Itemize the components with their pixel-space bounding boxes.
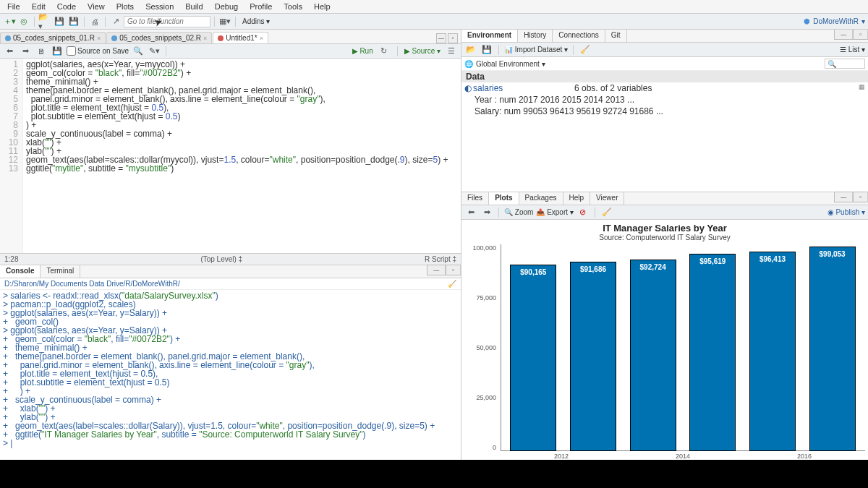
minimize-icon[interactable]: — — [834, 29, 853, 40]
menu-session[interactable]: Session — [141, 1, 178, 12]
new-file-icon[interactable]: ＋▾ — [3, 15, 16, 28]
new-project-icon[interactable]: ◎ — [17, 15, 30, 28]
scope-label[interactable]: (Top Level) ‡ — [200, 255, 242, 263]
find-icon[interactable]: 🔍 — [132, 45, 145, 58]
minimize-icon[interactable]: — — [834, 192, 853, 202]
menu-build[interactable]: Build — [181, 1, 207, 12]
menu-view[interactable]: View — [83, 1, 109, 12]
bar: $90,165 — [510, 265, 556, 451]
env-tab[interactable]: Environment — [461, 30, 518, 42]
source-on-save-label: Source on Save — [77, 47, 129, 55]
back-icon[interactable]: ⬅ — [3, 45, 16, 58]
plots-tab[interactable]: Files — [461, 192, 489, 205]
prev-plot-icon[interactable]: ⬅ — [464, 206, 477, 219]
publish-button[interactable]: ◉ Publish ▾ — [827, 208, 865, 216]
console-tab[interactable]: Terminal — [41, 265, 80, 278]
project-menu[interactable]: ⬢ DoMoreWithR ▾ — [804, 17, 865, 25]
menu-code[interactable]: Code — [53, 1, 80, 12]
plots-tab[interactable]: Viewer — [590, 192, 624, 205]
source-pane: 05_codes_snippets_01.R×05_codes_snippets… — [0, 30, 461, 265]
clear-plots-icon[interactable]: 🧹 — [600, 206, 613, 219]
grid-icon[interactable]: ▦▾ — [218, 15, 231, 28]
forward-icon[interactable]: ➡ — [19, 45, 32, 58]
y-tick: 100,000 — [472, 244, 496, 252]
env-row[interactable]: Year : num 2017 2016 2015 2014 2013 ... — [461, 94, 868, 106]
rerun-icon[interactable]: ↻ — [378, 45, 391, 58]
minimize-icon[interactable]: — — [436, 33, 446, 43]
menu-debug[interactable]: Debug — [210, 1, 242, 12]
plots-pane: FilesPlotsPackagesHelpViewer—▫ ⬅ ➡ 🔍 Zoo… — [461, 192, 868, 464]
remove-plot-icon[interactable]: ⊘ — [576, 206, 590, 219]
code-editor[interactable]: 12345678910111213 ggplot(salaries, aes(x… — [0, 59, 461, 253]
zoom-button[interactable]: 🔍 Zoom — [504, 208, 533, 216]
open-icon[interactable]: 📂▾ — [38, 15, 51, 28]
source-toolbar: ⬅ ➡ 🗎 💾 Source on Save 🔍 ✎▾ ▶ Run ↻ ▶ So… — [0, 44, 461, 59]
env-scope[interactable]: Global Environment ▾ — [476, 60, 545, 68]
menu-profile[interactable]: Profile — [245, 1, 276, 12]
console-path: D:/Sharon/My Documents Data Drive/R/DoMo… — [4, 280, 180, 288]
minimize-icon[interactable]: — — [427, 265, 446, 275]
import-dataset[interactable]: 📊 Import Dataset ▾ — [504, 46, 568, 53]
load-icon[interactable]: 📂 — [464, 43, 477, 56]
addins-menu[interactable]: Addins ▾ — [239, 17, 273, 25]
env-tabs: EnvironmentHistoryConnectionsGit—▫ — [461, 30, 868, 43]
file-type[interactable]: R Script ‡ — [425, 255, 456, 263]
print-icon[interactable]: 🖨 — [88, 15, 101, 28]
next-plot-icon[interactable]: ➡ — [480, 206, 493, 219]
source-tab[interactable]: Untitled1*× — [213, 32, 268, 43]
environment-pane: EnvironmentHistoryConnectionsGit—▫ 📂 💾 📊… — [461, 30, 868, 192]
env-body: Data ◐salaries6 obs. of 2 variables▦Year… — [461, 71, 868, 192]
env-row[interactable]: Salary: num 99053 96413 95619 92724 9168… — [461, 106, 868, 117]
cursor-pos: 1:28 — [4, 255, 18, 263]
save-source-icon[interactable]: 💾 — [51, 45, 64, 58]
console-output[interactable]: > salaries <- readxl::read_xlsx("data/Sa… — [0, 290, 461, 464]
save-icon[interactable]: 💾 — [53, 15, 66, 28]
y-tick: 0 — [493, 444, 496, 451]
chart-subtitle: Source: Computerworld IT Salary Survey — [464, 234, 865, 241]
env-tab[interactable]: Connections — [553, 30, 605, 42]
clear-console-icon[interactable]: 🧹 — [448, 280, 456, 288]
menu-edit[interactable]: Edit — [27, 1, 50, 12]
env-tab[interactable]: History — [518, 30, 553, 42]
plots-tab[interactable]: Packages — [519, 192, 563, 205]
menu-tools[interactable]: Tools — [279, 1, 307, 12]
save-env-icon[interactable]: 💾 — [480, 43, 493, 56]
outline-icon[interactable]: ☰ — [445, 45, 458, 58]
console-tab[interactable]: Console — [0, 265, 41, 278]
env-toolbar: 📂 💾 📊 Import Dataset ▾ 🧹 ☰ List ▾ — [461, 43, 868, 57]
run-button[interactable]: ▶ Run — [352, 47, 373, 55]
env-search[interactable] — [825, 59, 865, 69]
maximize-icon[interactable]: ▫ — [446, 265, 461, 275]
source-button[interactable]: ▶ Source ▾ — [404, 47, 441, 55]
menu-help[interactable]: Help — [310, 1, 335, 12]
source-statusbar: 1:28 (Top Level) ‡ R Script ‡ — [0, 253, 461, 265]
menu-file[interactable]: File — [3, 1, 25, 12]
maximize-icon[interactable]: ▫ — [448, 33, 458, 43]
bar: $92,724 — [630, 260, 676, 451]
env-row[interactable]: ◐salaries6 obs. of 2 variables▦ — [461, 82, 868, 94]
plots-tabs: FilesPlotsPackagesHelpViewer—▫ — [461, 192, 868, 205]
list-view[interactable]: ☰ List ▾ — [840, 46, 865, 53]
maximize-icon[interactable]: ▫ — [853, 29, 868, 40]
console-tabs: ConsoleTerminal—▫ — [0, 265, 461, 278]
source-tab[interactable]: 05_codes_snippets_01.R× — [0, 32, 106, 43]
broom-icon[interactable]: 🧹 — [579, 43, 592, 56]
source-tab[interactable]: 05_codes_snippets_02.R× — [106, 32, 212, 43]
console-pane: ConsoleTerminal—▫ D:/Sharon/My Documents… — [0, 265, 461, 464]
export-button[interactable]: 📤 Export ▾ — [536, 208, 573, 216]
save-all-icon[interactable]: 💾 — [67, 15, 80, 28]
env-tab[interactable]: Git — [605, 30, 627, 42]
source-on-save-check[interactable] — [67, 46, 76, 56]
y-tick: 50,000 — [476, 344, 496, 351]
plots-tab[interactable]: Plots — [489, 192, 519, 205]
show-icon[interactable]: 🗎 — [35, 45, 48, 58]
wand-icon[interactable]: ✎▾ — [148, 45, 161, 58]
goto-icon[interactable]: ↗ — [109, 15, 122, 28]
plot-area: IT Manager Salaries by Year Source: Comp… — [461, 220, 868, 464]
maximize-icon[interactable]: ▫ — [853, 192, 868, 202]
plots-tab[interactable]: Help — [563, 192, 591, 205]
menu-plots[interactable]: Plots — [112, 1, 138, 12]
globe-icon: 🌐 — [464, 60, 473, 68]
plots-toolbar: ⬅ ➡ 🔍 Zoom 📤 Export ▾ ⊘ 🧹 ◉ Publish ▾ — [461, 205, 868, 220]
goto-input[interactable] — [124, 16, 210, 27]
